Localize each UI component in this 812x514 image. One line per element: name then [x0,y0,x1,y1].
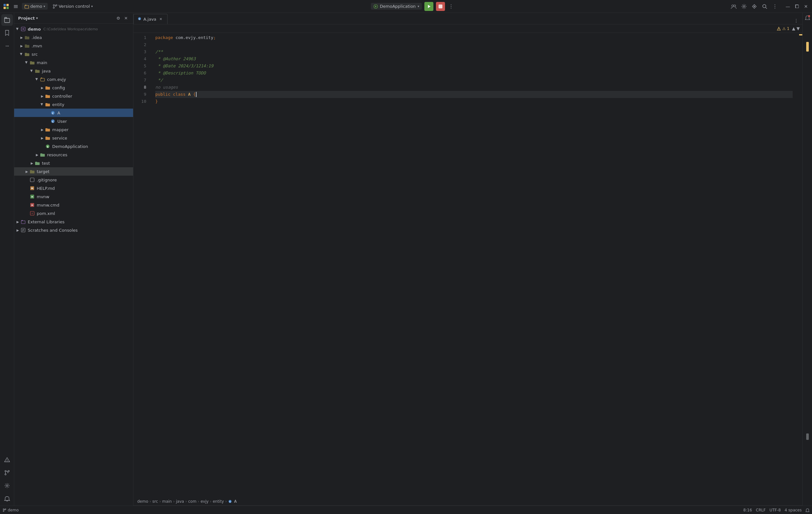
tree-item-pom-xml[interactable]: ▶ X pom.xml [14,209,133,218]
tree-item-demo[interactable]: ▶ demo C:\Code\Idea Workspace\demo [14,25,133,33]
tree-item-help-md[interactable]: ▶ M HELP.md [14,184,133,192]
maximize-button[interactable]: ⧠ [793,3,801,10]
breadcrumb-java[interactable]: java [176,499,184,504]
folder-icon-controller [45,93,50,98]
tree-label-mvnw-cmd: mvnw.cmd [37,203,59,207]
tree-arrow-com-evjy: ▶ [35,77,39,82]
activity-settings[interactable] [1,480,13,491]
tab-close-button[interactable]: ✕ [158,17,163,22]
activity-more[interactable]: ··· [1,40,13,52]
folder-icon-idea [25,35,30,40]
breadcrumb: demo › src › main › java › com › evjy › … [134,497,802,506]
nav-up-arrow[interactable]: ▲ [792,26,795,31]
breadcrumb-com[interactable]: com [188,499,197,504]
breadcrumb-sep-6: › [210,499,211,504]
tree-item-main[interactable]: ▶ main [14,58,133,67]
activity-git[interactable] [1,467,13,479]
breadcrumb-evjy[interactable]: evjy [200,499,208,504]
search-everywhere-icon[interactable] [761,3,768,10]
plugins-icon[interactable] [751,3,758,10]
status-line-ending[interactable]: CRLF [756,508,765,512]
svg-point-25 [5,474,6,475]
tree-item-java[interactable]: ▶ java [14,67,133,75]
tree-item-idea[interactable]: ▶ .idea [14,33,133,41]
status-notifications[interactable] [806,508,809,512]
tree-label-com-evjy: com.evjy [47,77,66,82]
status-encoding[interactable]: UTF-8 [770,508,781,512]
tree-label-DemoApplication: DemoApplication [52,144,88,149]
minimize-button[interactable]: — [784,3,791,10]
vcs-dropdown[interactable]: Version control ▾ [50,3,95,10]
tab-bar-more[interactable]: ⋮ [793,17,800,24]
tree-item-mvnw-cmd[interactable]: ▶ M mvnw.cmd [14,201,133,209]
code-editor[interactable]: package com.evjy.entity; /** * @Author 2… [150,33,798,497]
activity-notifications[interactable] [1,493,13,504]
svg-point-58 [808,15,810,17]
folder-icon-java [35,68,40,74]
tree-item-test[interactable]: ▶ test [14,159,133,167]
rs-notifications[interactable] [804,14,811,21]
run-button[interactable] [424,2,433,11]
code-line-6: * @Description TODO [155,69,793,77]
run-config-dropdown[interactable]: DemoApplication ▾ [371,3,422,10]
tree-item-external-libs[interactable]: ▶ External Libraries [14,218,133,226]
nav-down-arrow[interactable]: ▼ [796,26,800,31]
tree-item-target[interactable]: ▶ target [14,167,133,176]
breadcrumb-main[interactable]: main [162,499,172,504]
tree-arrow-main: ▶ [25,60,29,65]
tree-item-src[interactable]: ▶ src [14,50,133,58]
breadcrumb-sep-1: › [149,499,151,504]
status-right: 8:16 CRLF UTF-8 4 spaces [743,508,809,512]
tree-item-scratches[interactable]: ▶ Scratches and Consoles [14,226,133,234]
toolbar-more[interactable]: ⋮ [772,3,779,10]
status-position[interactable]: 8:16 [743,508,752,512]
tree-item-entity[interactable]: ▶ entity [14,100,133,109]
activity-project[interactable] [1,14,13,26]
code-line-8: public class A { [155,91,793,98]
svg-point-59 [3,509,4,510]
tab-A-java[interactable]: C A.java ✕ [134,14,168,24]
activity-problems[interactable] [1,454,13,466]
panel-dropdown-arrow[interactable]: ▾ [36,16,38,20]
tree-item-mvnw[interactable]: ▶ M mvnw [14,192,133,201]
breadcrumb-demo[interactable]: demo [137,499,148,504]
tree-item-gitignore[interactable]: ▶ .gitignore [14,176,133,184]
hamburger-menu[interactable] [12,3,19,10]
breadcrumb-src[interactable]: src [152,499,158,504]
status-indent[interactable]: 4 spaces [785,508,802,512]
line-4: 4 [134,55,146,62]
tree-item-User-java[interactable]: ▶ C User [14,117,133,125]
tree-item-mapper[interactable]: ▶ mapper [14,125,133,134]
panel-action-settings[interactable]: ⚙ [115,15,121,21]
more-run-actions[interactable]: ⋮ [447,3,455,10]
tree-item-controller[interactable]: ▶ controller [14,92,133,100]
svg-rect-38 [30,178,34,182]
breadcrumb-entity[interactable]: entity [213,499,224,504]
md-icon-help: M [30,185,35,191]
breadcrumb-A[interactable]: C A [228,499,237,504]
vcs-label: Version control [59,4,90,9]
tree-item-resources[interactable]: ▶ resources [14,150,133,159]
tree-item-config[interactable]: ▶ config [14,83,133,92]
collab-icon[interactable] [730,3,737,10]
settings-icon[interactable] [741,3,748,10]
tree-item-mvn[interactable]: ▶ .mvn [14,41,133,50]
tree-item-service[interactable]: ▶ service [14,134,133,142]
warning-badge[interactable]: ⚠ 1 [777,26,789,31]
svg-point-10 [53,7,54,8]
editor-nav-bar: ⚠ 1 ▲ ▼ [134,25,802,33]
svg-rect-2 [4,7,6,9]
activity-bookmarks[interactable] [1,27,13,39]
svg-point-14 [732,5,734,7]
close-button[interactable]: ✕ [802,3,809,10]
svg-point-9 [56,4,57,6]
title-bar-left: demo ▾ Version control ▾ [3,3,95,10]
tree-item-com-evjy[interactable]: ▶ com.evjy [14,75,133,83]
svg-rect-3 [6,7,9,9]
project-dropdown[interactable]: demo ▾ [22,3,48,10]
status-branch[interactable]: demo [3,508,19,512]
panel-action-close[interactable]: ✕ [123,15,129,21]
tree-item-A-java[interactable]: ▶ C A [14,109,133,117]
debug-button[interactable] [436,2,445,11]
tree-item-DemoApplication[interactable]: ▶ S DemoApplication [14,142,133,150]
